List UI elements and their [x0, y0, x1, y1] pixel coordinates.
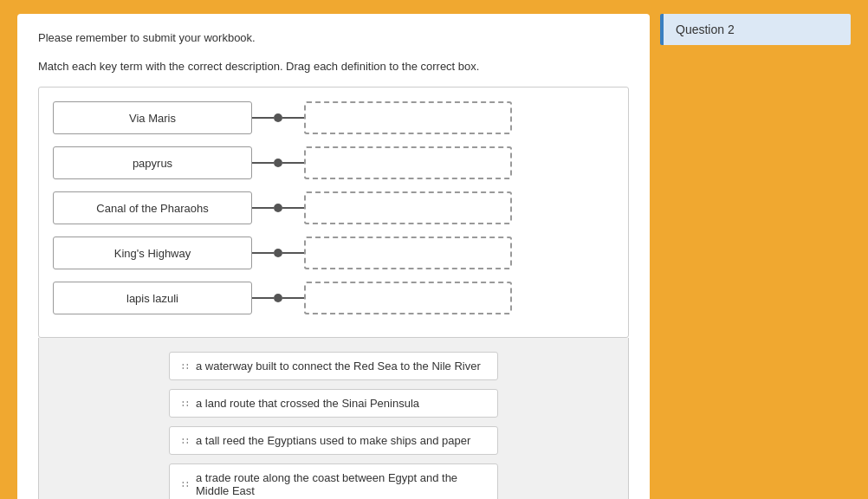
main-card: Please remember to submit your workbook.… — [17, 14, 650, 499]
connector-line — [282, 297, 304, 299]
drop-zone[interactable] — [304, 101, 512, 134]
connector-dot — [274, 249, 282, 257]
connector-line — [282, 162, 304, 164]
definition-text: a trade route along the coast between Eg… — [196, 471, 485, 497]
connector-line — [252, 162, 274, 164]
match-row: Canal of the Pharaohs — [53, 191, 614, 224]
connector-dot — [274, 159, 282, 167]
connector-dot — [274, 113, 282, 122]
definition-chip[interactable]: ∷a land route that crossed the Sinai Pen… — [169, 389, 498, 418]
connector-line — [252, 117, 274, 119]
connector-line — [252, 207, 274, 209]
definitions-container: ∷a waterway built to connect the Red Sea… — [53, 352, 614, 499]
definitions-area: ∷a waterway built to connect the Red Sea… — [38, 338, 629, 499]
sidebar: Question 2 ◀ Finish ▶ — [660, 14, 851, 499]
term-box: Canal of the Pharaohs — [53, 191, 252, 224]
sidebar-spacer — [660, 54, 851, 499]
connector — [252, 159, 304, 167]
drop-zone[interactable] — [304, 237, 512, 269]
term-box: lapis lazuli — [53, 282, 252, 314]
connector-dot — [274, 294, 282, 302]
definition-text: a tall reed the Egyptians used to make s… — [196, 434, 470, 447]
drag-handle-icon: ∷ — [182, 360, 189, 373]
match-row: lapis lazuli — [53, 282, 614, 314]
drop-zone[interactable] — [304, 282, 512, 314]
connector-dot — [274, 204, 282, 212]
connector — [252, 294, 304, 302]
drag-handle-icon: ∷ — [182, 478, 189, 490]
connector-line — [282, 207, 304, 209]
match-row: papyrus — [53, 146, 614, 179]
reminder-text: Please remember to submit your workbook. — [38, 31, 629, 44]
definition-chip[interactable]: ∷a tall reed the Egyptians used to make … — [169, 426, 498, 455]
outer-container: Please remember to submit your workbook.… — [14, 14, 854, 499]
match-row: King's Highway — [53, 237, 614, 269]
term-box: papyrus — [53, 146, 252, 179]
instructions-text: Match each key term with the correct des… — [38, 60, 629, 73]
definition-chip[interactable]: ∷a waterway built to connect the Red Sea… — [169, 352, 498, 380]
connector-line — [252, 252, 274, 254]
connector-line — [282, 117, 304, 119]
connector-line — [282, 252, 304, 254]
term-box: King's Highway — [53, 237, 252, 269]
connector — [252, 204, 304, 212]
question-label: Question 2 — [660, 14, 851, 45]
drag-handle-icon: ∷ — [182, 398, 189, 410]
matching-area: Via Maris papyrus Canal of the Pharaohs … — [38, 87, 629, 338]
term-box: Via Maris — [53, 101, 252, 134]
match-row: Via Maris — [53, 101, 614, 134]
connector — [252, 249, 304, 257]
connector-line — [252, 297, 274, 299]
connector — [252, 113, 304, 122]
definition-chip[interactable]: ∷a trade route along the coast between E… — [169, 463, 498, 499]
drop-zone[interactable] — [304, 191, 512, 224]
match-rows-container: Via Maris papyrus Canal of the Pharaohs … — [53, 101, 614, 314]
drag-handle-icon: ∷ — [182, 435, 189, 447]
definition-text: a waterway built to connect the Red Sea … — [196, 360, 481, 373]
drop-zone[interactable] — [304, 146, 512, 179]
definition-text: a land route that crossed the Sinai Peni… — [196, 397, 419, 410]
